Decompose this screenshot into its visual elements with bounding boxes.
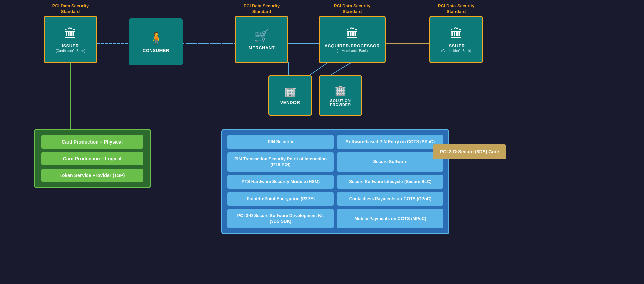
- issuer1-icon: 🏛: [64, 26, 76, 41]
- issuer2-name: ISSUER: [447, 43, 465, 48]
- secure-slc: Secure Software Lifecycle (Secure SLC): [337, 175, 443, 189]
- p2pe: Point-to-Point Encryption (P2PE): [227, 192, 334, 206]
- merchant-card: 🛒 MERCHANT: [235, 16, 288, 63]
- consumer-card: 🧍 CONSUMER: [129, 18, 183, 65]
- consumer-icon: 🧍: [149, 31, 164, 45]
- solution-provider-card: 🏢 SOLUTIONPROVIDER: [319, 75, 362, 116]
- issuer2-label: PCI Data SecurityStandard: [438, 3, 474, 15]
- vendor-group: 🏢 VENDOR: [268, 75, 312, 116]
- issuer2-sub: (Cardholder's Bank): [441, 49, 471, 53]
- merchant-label: PCI Data SecurityStandard: [244, 3, 280, 15]
- issuer1-name: ISSUER: [62, 43, 79, 48]
- acquirer-label: PCI Data SecurityStandard: [334, 3, 370, 15]
- vendor-name: VENDOR: [280, 100, 300, 105]
- card-production-box: Card Production – Physical Card Producti…: [34, 129, 151, 188]
- card-production-physical: Card Production – Physical: [41, 135, 143, 149]
- mpoc: Mobile Payments on COTS (MPoC): [337, 209, 443, 228]
- cpoc: Contactless Payments on COTS (CPoC): [337, 192, 443, 206]
- issuer1-sub: (Cardholder's Bank): [56, 49, 86, 53]
- hsm: PTS Hardware Security Module (HSM): [227, 175, 334, 189]
- diagram: PCI Data SecurityStandard 🏛 ISSUER (Card…: [0, 0, 644, 284]
- acquirer-name: ACQUIRER/PROCESSOR: [324, 43, 380, 48]
- issuer1-group: PCI Data SecurityStandard 🏛 ISSUER (Card…: [44, 3, 97, 63]
- issuer2-group: PCI Data SecurityStandard 🏛 ISSUER (Card…: [429, 3, 483, 63]
- vendor-card: 🏢 VENDOR: [268, 75, 312, 116]
- issuer1-label: PCI Data SecurityStandard: [52, 3, 89, 15]
- merchant-group: PCI Data SecurityStandard 🛒 MERCHANT: [235, 3, 288, 63]
- solution-provider-name: SOLUTIONPROVIDER: [330, 99, 351, 107]
- acquirer-sub: (or Merchant's Bank): [337, 49, 368, 53]
- card-production-logical: Card Production – Logical: [41, 152, 143, 165]
- pts-poi: PIN Transaction Security Point of Intera…: [227, 152, 334, 172]
- secure-software: Secure Software: [337, 152, 443, 172]
- pci-3ds-box: PCI 3-D Secure (3DS) Core: [433, 144, 506, 159]
- issuer2-icon: 🏛: [450, 26, 462, 41]
- merchant-name: MERCHANT: [249, 45, 275, 50]
- acquirer-icon: 🏛: [346, 26, 358, 41]
- acquirer-card: 🏛 ACQUIRER/PROCESSOR (or Merchant's Bank…: [319, 16, 386, 63]
- consumer-group: 🧍 CONSUMER: [129, 18, 183, 65]
- pci-3ds-label: PCI 3-D Secure (3DS) Core: [440, 149, 499, 154]
- acquirer-group: PCI Data SecurityStandard 🏛 ACQUIRER/PRO…: [319, 3, 386, 63]
- solution-provider-group: 🏢 SOLUTIONPROVIDER: [319, 75, 362, 116]
- issuer2-card: 🏛 ISSUER (Cardholder's Bank): [429, 16, 483, 63]
- 3ds-sdk: PCI 3-D Secure Software Development Kit …: [227, 209, 334, 228]
- vendor-icon: 🏢: [284, 86, 296, 97]
- merchant-icon: 🛒: [254, 29, 269, 43]
- token-service-provider: Token Service Provider (TSP): [41, 169, 143, 182]
- spoc: Software-based PIN Entry on COTS (SPoC): [337, 135, 443, 149]
- solution-provider-icon: 🏢: [335, 85, 346, 96]
- issuer1-card: 🏛 ISSUER (Cardholder's Bank): [44, 16, 97, 63]
- pts-standards-box: PIN Security Software-based PIN Entry on…: [221, 129, 449, 234]
- consumer-name: CONSUMER: [143, 48, 169, 53]
- pin-security: PIN Security: [227, 135, 334, 149]
